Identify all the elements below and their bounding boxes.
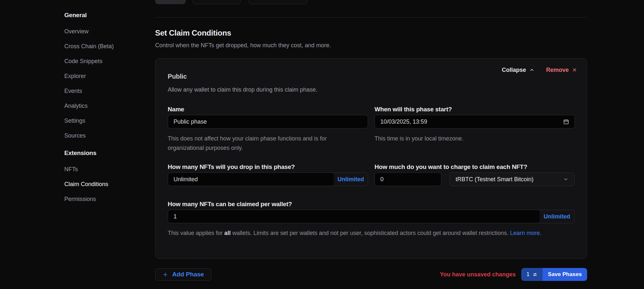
chevron-up-icon bbox=[529, 67, 534, 72]
per-wallet-helper-bold: all bbox=[224, 230, 231, 236]
transaction-count-value: 1 bbox=[526, 271, 529, 278]
sidebar-item-claim-conditions[interactable]: Claim Conditions bbox=[64, 181, 161, 188]
price-label: How much do you want to charge to claim … bbox=[375, 163, 527, 171]
block-explorer-label: Rootstock Blockscout bbox=[251, 0, 297, 1]
supply-label: How many NFTs will you drop in this phas… bbox=[168, 163, 295, 171]
per-wallet-helper-period: . bbox=[540, 230, 542, 236]
sidebar-item-sources[interactable]: Sources bbox=[64, 132, 161, 139]
claim-conditions-page: General Overview Cross Chain (Beta) Code… bbox=[0, 0, 644, 289]
header-divider bbox=[155, 17, 587, 17]
sidebar-section-extensions: Extensions bbox=[64, 150, 161, 157]
plus-icon bbox=[163, 272, 168, 277]
claim-phase-card: Public Allow any wallet to claim this dr… bbox=[155, 58, 587, 259]
sidebar-item-overview[interactable]: Overview bbox=[64, 28, 161, 35]
per-wallet-unlimited-button[interactable]: Unlimited bbox=[540, 210, 574, 223]
start-datetime-value: 10/03/2025, 13:59 bbox=[380, 118, 427, 125]
transaction-count-button[interactable]: 1 bbox=[521, 268, 543, 281]
per-wallet-input-group: 1 Unlimited bbox=[168, 210, 575, 223]
supply-input-group: Unlimited Unlimited bbox=[168, 172, 368, 186]
start-datetime-input[interactable]: 10/03/2025, 13:59 bbox=[375, 115, 575, 128]
save-phases-button[interactable]: Save Phases bbox=[543, 268, 587, 281]
collapse-label: Collapse bbox=[502, 67, 526, 73]
chevron-down-icon bbox=[563, 177, 568, 182]
collapse-button[interactable]: Collapse bbox=[502, 67, 534, 73]
sidebar-item-cross-chain[interactable]: Cross Chain (Beta) bbox=[64, 43, 161, 50]
add-phase-button[interactable]: Add Phase bbox=[155, 268, 211, 281]
page-title: Set Claim Conditions bbox=[155, 28, 231, 38]
sidebar-item-code-snippets[interactable]: Code Snippets bbox=[64, 58, 161, 65]
contract-address-button[interactable]: 0xcDcE...90c9 bbox=[192, 0, 241, 4]
name-input-value: Public phase bbox=[174, 118, 207, 125]
sidebar-item-permissions[interactable]: Permissions bbox=[64, 196, 161, 203]
name-helper: This does not affect how your claim phas… bbox=[168, 134, 362, 153]
sidebar-item-events[interactable]: Events bbox=[64, 88, 161, 95]
contract-address-label: 0xcDcE...90c9 bbox=[205, 0, 236, 1]
sidebar-item-nfts[interactable]: NFTs bbox=[64, 166, 161, 173]
currency-select-value: tRBTC (Testnet Smart Bitcoin) bbox=[456, 176, 533, 183]
sidebar-item-analytics[interactable]: Analytics bbox=[64, 103, 161, 110]
per-wallet-helper-text2: wallets. Limits are set per wallets and … bbox=[231, 230, 510, 236]
supply-unlimited-button[interactable]: Unlimited bbox=[334, 173, 368, 186]
footer-bar: Add Phase You have unsaved changes 1 Sav… bbox=[155, 268, 587, 281]
per-wallet-helper-text: This value applies for bbox=[168, 230, 224, 236]
phase-actions: Collapse Remove bbox=[502, 66, 577, 73]
sidebar-item-settings[interactable]: Settings bbox=[64, 117, 161, 125]
learn-more-link[interactable]: Learn more bbox=[510, 230, 540, 236]
unsaved-changes-text: You have unsaved changes bbox=[440, 271, 516, 278]
external-link-icon bbox=[300, 0, 305, 0]
page-subtitle: Control when the NFTs get dropped, how m… bbox=[155, 42, 331, 49]
per-wallet-label: How many NFTs can be claimed per wallet? bbox=[168, 201, 292, 208]
phase-subtitle: Allow any wallet to claim this drop duri… bbox=[168, 86, 317, 93]
price-amount-input[interactable]: 0 bbox=[375, 172, 441, 186]
start-label: When will this phase start? bbox=[375, 106, 452, 113]
save-phases-label: Save Phases bbox=[548, 271, 582, 278]
toolbar-active-tab-button[interactable] bbox=[155, 0, 186, 4]
calendar-icon[interactable] bbox=[563, 119, 569, 125]
phase-title: Public bbox=[168, 73, 187, 80]
sidebar-item-explorer[interactable]: Explorer bbox=[64, 73, 161, 80]
per-wallet-input[interactable]: 1 bbox=[168, 210, 540, 223]
save-split-button: 1 Save Phases bbox=[521, 268, 587, 281]
swap-arrows-icon bbox=[533, 272, 537, 277]
remove-button[interactable]: Remove bbox=[546, 67, 577, 73]
name-input[interactable]: Public phase bbox=[168, 115, 368, 128]
start-helper: This time is in your local timezone. bbox=[375, 134, 568, 143]
add-phase-label: Add Phase bbox=[172, 271, 204, 278]
close-icon bbox=[572, 67, 577, 72]
sidebar: General Overview Cross Chain (Beta) Code… bbox=[64, 12, 161, 211]
block-explorer-button[interactable]: Rootstock Blockscout bbox=[248, 0, 307, 4]
price-amount-value: 0 bbox=[380, 176, 384, 183]
per-wallet-helper: This value applies for all wallets. Limi… bbox=[168, 228, 575, 238]
sidebar-section-general: General bbox=[64, 12, 161, 19]
name-label: Name bbox=[168, 106, 184, 113]
per-wallet-input-value: 1 bbox=[174, 213, 177, 220]
supply-input[interactable]: Unlimited bbox=[168, 173, 334, 186]
remove-label: Remove bbox=[546, 67, 569, 73]
currency-select[interactable]: tRBTC (Testnet Smart Bitcoin) bbox=[449, 172, 575, 186]
supply-input-value: Unlimited bbox=[174, 176, 198, 183]
copy-icon bbox=[197, 0, 202, 0]
